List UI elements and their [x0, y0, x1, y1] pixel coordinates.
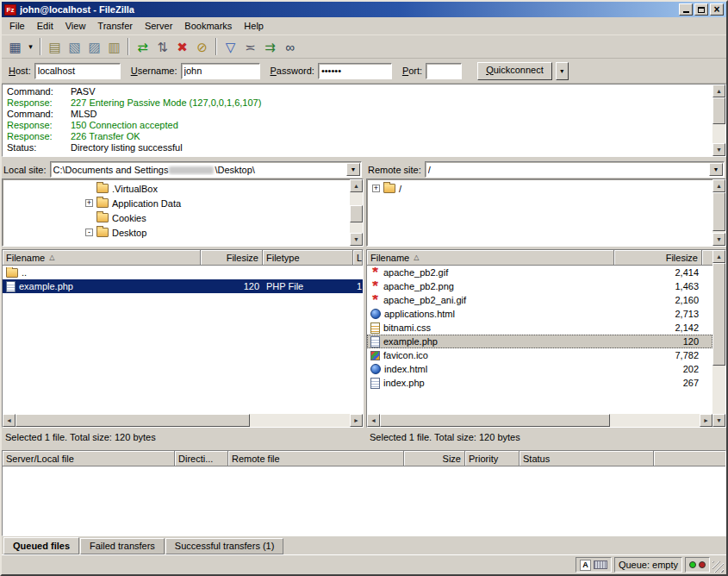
scroll-down-icon[interactable]: ▼ — [350, 233, 363, 246]
toggle-remote-tree-button[interactable]: ▨ — [84, 37, 104, 57]
scroll-thumb[interactable] — [380, 414, 610, 427]
column-filesize[interactable]: Filesize — [614, 250, 702, 266]
minimize-button[interactable] — [679, 3, 693, 16]
column-filesize[interactable]: Filesize — [201, 250, 263, 266]
tree-item-cookies[interactable]: Cookies — [3, 210, 350, 225]
remote-list-vscrollbar[interactable]: ▲ ▼ — [712, 250, 725, 427]
file-row[interactable]: favicon.ico7,782 — [367, 348, 712, 362]
menu-server[interactable]: Server — [139, 18, 178, 34]
scroll-right-icon[interactable]: ► — [700, 414, 712, 427]
resize-grip[interactable] — [712, 561, 724, 573]
quickconnect-dropdown[interactable]: ▾ — [556, 62, 569, 80]
host-input[interactable] — [34, 63, 121, 79]
tree-item-desktop[interactable]: -Desktop — [3, 225, 350, 240]
column-size[interactable]: Size — [404, 451, 465, 466]
scroll-right-icon[interactable]: ► — [350, 414, 363, 427]
scroll-up-icon[interactable]: ▲ — [350, 179, 363, 192]
expander-icon[interactable]: + — [85, 199, 93, 207]
toggle-queue-button[interactable]: ▥ — [104, 37, 124, 57]
process-queue-button[interactable]: ⇅ — [152, 37, 172, 57]
scroll-up-icon[interactable]: ▲ — [712, 179, 725, 192]
file-row[interactable]: applications.html2,713 — [367, 307, 712, 321]
combo-dropdown-icon[interactable]: ▼ — [709, 163, 723, 176]
column-last-modified[interactable]: L — [353, 250, 363, 266]
tree-item-root[interactable]: +/ — [367, 181, 712, 196]
column-filename[interactable]: Filename△ — [367, 250, 614, 266]
tree-item-application-data[interactable]: +Application Data — [3, 196, 350, 210]
file-row[interactable]: apache_pb2.png1,463 — [367, 279, 712, 293]
toggle-local-tree-button[interactable]: ▧ — [65, 37, 84, 57]
maximize-button[interactable] — [694, 3, 708, 16]
menu-bookmarks[interactable]: Bookmarks — [178, 18, 238, 34]
scroll-thumb[interactable] — [16, 414, 250, 427]
file-row[interactable]: apache_pb2_ani.gif2,160 — [367, 293, 712, 307]
menu-view[interactable]: View — [59, 18, 92, 34]
scroll-left-icon[interactable]: ◄ — [367, 414, 380, 427]
file-row[interactable]: index.php267 — [367, 376, 712, 390]
remote-tree-scrollbar[interactable]: ▲ ▼ — [712, 179, 725, 246]
scroll-left-icon[interactable]: ◄ — [3, 414, 16, 427]
titlebar[interactable]: john@localhost - FileZilla — [2, 2, 726, 17]
queue-list-area[interactable] — [3, 466, 725, 535]
menu-edit[interactable]: Edit — [31, 18, 59, 34]
file-row[interactable]: apache_pb2.gif2,414 — [367, 266, 712, 279]
local-tree-scrollbar[interactable]: ▲ ▼ — [350, 179, 363, 246]
column-priority[interactable]: Priority — [465, 451, 520, 466]
file-row-example-php[interactable]: example.php 120 PHP File 1 — [3, 279, 363, 293]
combo-dropdown-icon[interactable]: ▼ — [346, 163, 360, 176]
toggle-message-log-button[interactable]: ▤ — [45, 37, 65, 57]
quickconnect-button[interactable]: Quickconnect — [477, 62, 552, 80]
refresh-button[interactable]: ⇄ — [133, 37, 152, 57]
cancel-button[interactable]: ✖ — [172, 37, 192, 57]
password-input[interactable] — [318, 63, 392, 79]
find-button[interactable]: ∞ — [280, 37, 300, 57]
scroll-thumb[interactable] — [350, 205, 363, 222]
scroll-thumb[interactable] — [712, 263, 725, 366]
expander-icon[interactable]: + — [372, 185, 380, 192]
file-row[interactable]: bitnami.css2,142 — [367, 321, 712, 335]
menu-file[interactable]: File — [3, 18, 31, 34]
sync-browsing-button[interactable]: ⇉ — [260, 37, 280, 57]
file-row-parent[interactable]: .. — [3, 266, 363, 279]
column-remote-file[interactable]: Remote file — [228, 451, 404, 466]
scroll-thumb[interactable] — [712, 97, 725, 124]
log-scrollbar[interactable]: ▲ ▼ — [712, 85, 725, 156]
menu-help[interactable]: Help — [238, 18, 270, 34]
local-site-label: Local site: — [3, 165, 47, 175]
window-controls — [679, 3, 724, 16]
column-direction[interactable]: Directi... — [175, 451, 228, 466]
file-row-example-php[interactable]: example.php120 — [367, 335, 712, 348]
site-manager-dropdown[interactable]: ▾ — [25, 37, 36, 57]
username-input[interactable] — [181, 63, 260, 79]
tab-queued-files[interactable]: Queued files — [3, 537, 79, 554]
remote-site-combo[interactable]: / ▼ — [425, 161, 725, 178]
scroll-down-icon[interactable]: ▼ — [712, 143, 725, 156]
scroll-down-icon[interactable]: ▼ — [712, 233, 725, 246]
column-status[interactable]: Status — [520, 451, 654, 466]
port-input[interactable] — [426, 63, 462, 79]
tab-successful-transfers[interactable]: Successful transfers (1) — [165, 538, 284, 554]
tree-item-virtualbox[interactable]: .VirtualBox — [3, 181, 350, 196]
tab-failed-transfers[interactable]: Failed transfers — [80, 538, 165, 554]
close-button[interactable] — [710, 3, 724, 16]
expander-icon[interactable]: - — [85, 229, 93, 236]
chevron-down-icon: ▾ — [560, 67, 563, 75]
comparison-button[interactable]: ≍ — [240, 37, 260, 57]
remote-list-hscrollbar[interactable]: ◄ ► — [367, 414, 712, 427]
menu-transfer[interactable]: Transfer — [91, 18, 139, 34]
column-filename[interactable]: Filename△ — [3, 250, 201, 266]
scroll-thumb[interactable] — [712, 192, 725, 231]
scroll-down-icon[interactable]: ▼ — [712, 414, 725, 427]
local-list-hscrollbar[interactable]: ◄ ► — [3, 414, 363, 427]
log-line: Command:MLSD — [7, 109, 708, 120]
column-filetype[interactable]: Filetype — [263, 250, 353, 266]
scroll-up-icon[interactable]: ▲ — [712, 85, 725, 97]
site-manager-button[interactable]: ▦ — [5, 37, 25, 57]
scroll-up-icon[interactable]: ▲ — [712, 250, 725, 263]
file-row[interactable]: index.html202 — [367, 362, 712, 376]
column-server-local-file[interactable]: Server/Local file — [3, 451, 175, 466]
local-site-combo[interactable]: C:\Documents and Settings\Desktop\ ▼ — [50, 161, 362, 178]
transfer-type-indicator-icon: A — [580, 560, 591, 571]
filter-button[interactable]: ▽ — [221, 37, 240, 57]
disconnect-button[interactable]: ⊘ — [192, 37, 212, 57]
